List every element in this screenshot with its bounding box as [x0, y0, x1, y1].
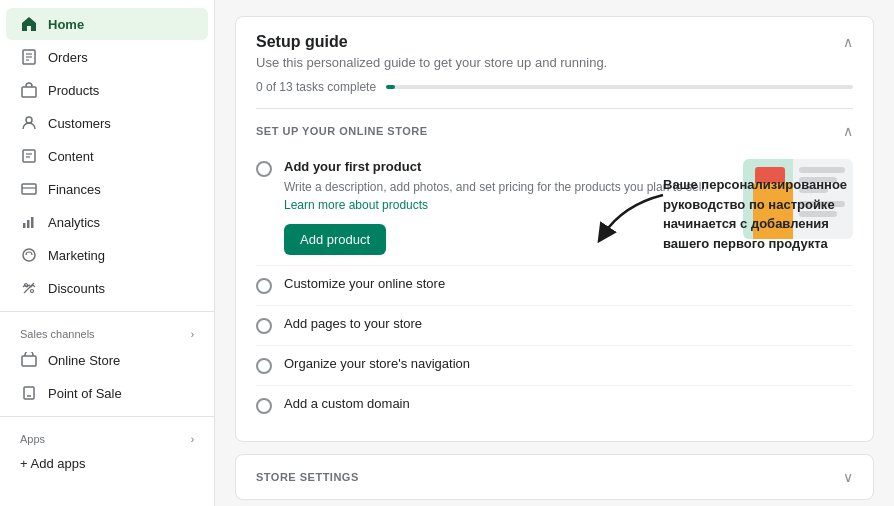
line-3: [799, 187, 828, 193]
main-wrapper: Setup guide ∧ Use this personalized guid…: [215, 0, 894, 506]
svg-rect-19: [24, 387, 34, 399]
task-learn-more-link[interactable]: Learn more about products: [284, 198, 428, 212]
sidebar-item-label: + Add apps: [20, 456, 85, 471]
collapse-icon[interactable]: ∧: [843, 34, 853, 50]
task-custom-domain[interactable]: Add a custom domain: [256, 385, 853, 425]
store-settings-header[interactable]: STORE SETTINGS ∨: [256, 469, 853, 485]
sidebar-item-label: Online Store: [48, 353, 120, 368]
setup-guide-card: Setup guide ∧ Use this personalized guid…: [235, 16, 874, 442]
main-content: Setup guide ∧ Use this personalized guid…: [215, 0, 894, 506]
line-1: [799, 167, 845, 173]
sidebar-item-discounts[interactable]: Discounts: [6, 272, 208, 304]
sidebar-item-products[interactable]: Products: [6, 74, 208, 106]
sidebar-item-label: Discounts: [48, 281, 105, 296]
customers-icon: [20, 114, 38, 132]
task-title: Add your first product: [284, 159, 721, 174]
sidebar-item-label: Marketing: [48, 248, 105, 263]
task-title: Organize your store's navigation: [284, 356, 853, 371]
task-radio[interactable]: [256, 358, 272, 374]
sidebar-item-label: Customers: [48, 116, 111, 131]
svg-rect-6: [23, 150, 35, 162]
sidebar-item-label: Home: [48, 17, 84, 32]
task-main: Add your first product Write a descripti…: [284, 159, 721, 255]
sidebar-item-analytics[interactable]: Analytics: [6, 206, 208, 238]
section-chevron-up-icon[interactable]: ∧: [843, 123, 853, 139]
svg-rect-4: [22, 87, 36, 97]
task-add-product: Add your first product Write a descripti…: [256, 149, 853, 265]
marketing-icon: [20, 246, 38, 264]
sidebar-item-orders[interactable]: Orders: [6, 41, 208, 73]
setup-guide-title: Setup guide: [256, 33, 348, 51]
online-store-section-header[interactable]: SET UP YOUR ONLINE STORE ∧: [256, 108, 853, 149]
svg-rect-13: [31, 217, 34, 228]
apps-chevron-icon[interactable]: ›: [191, 434, 194, 445]
products-icon: [20, 81, 38, 99]
img-left-panel: [743, 159, 793, 239]
progress-bar-row: 0 of 13 tasks complete: [256, 80, 853, 94]
task-image: [743, 159, 853, 239]
task-desc-text: Write a description, add photos, and set…: [284, 180, 707, 194]
task-radio[interactable]: [256, 318, 272, 334]
sidebar-item-add-apps[interactable]: + Add apps: [6, 449, 208, 478]
img-right-panel: [793, 159, 854, 239]
finances-icon: [20, 180, 38, 198]
task-radio[interactable]: [256, 161, 272, 177]
task-main: Organize your store's navigation: [284, 356, 853, 375]
sidebar-item-content[interactable]: Content: [6, 140, 208, 172]
online-store-icon: [20, 351, 38, 369]
svg-point-14: [23, 249, 35, 261]
task-organize-nav[interactable]: Organize your store's navigation: [256, 345, 853, 385]
sales-channels-section: Sales channels ›: [0, 318, 214, 344]
svg-rect-12: [27, 220, 30, 228]
setup-guide-subtitle: Use this personalized guide to get your …: [256, 55, 853, 70]
sidebar-item-customers[interactable]: Customers: [6, 107, 208, 139]
sales-channels-chevron-icon[interactable]: ›: [191, 329, 194, 340]
pos-icon: [20, 384, 38, 402]
sidebar-item-home[interactable]: Home: [6, 8, 208, 40]
progress-label: 0 of 13 tasks complete: [256, 80, 376, 94]
sidebar-item-marketing[interactable]: Marketing: [6, 239, 208, 271]
task-title: Add a custom domain: [284, 396, 853, 411]
apps-section: Apps ›: [0, 423, 214, 449]
sidebar-item-label: Finances: [48, 182, 101, 197]
svg-point-16: [31, 290, 34, 293]
store-settings-title: STORE SETTINGS: [256, 471, 359, 483]
line-4: [799, 201, 845, 207]
sidebar-item-label: Content: [48, 149, 94, 164]
home-icon: [20, 15, 38, 33]
sidebar-item-point-of-sale[interactable]: Point of Sale: [6, 377, 208, 409]
task-main: Add a custom domain: [284, 396, 853, 415]
task-main: Add pages to your store: [284, 316, 853, 335]
task-add-pages[interactable]: Add pages to your store: [256, 305, 853, 345]
svg-point-5: [26, 117, 32, 123]
progress-track: [386, 85, 853, 89]
sidebar-item-label: Point of Sale: [48, 386, 122, 401]
analytics-icon: [20, 213, 38, 231]
online-store-section-title: SET UP YOUR ONLINE STORE: [256, 125, 428, 137]
product-image-mockup: [743, 159, 853, 239]
line-5: [799, 211, 838, 217]
discounts-icon: [20, 279, 38, 297]
svg-rect-9: [22, 184, 36, 194]
store-settings-card: STORE SETTINGS ∨: [235, 454, 874, 500]
task-description: Write a description, add photos, and set…: [284, 178, 721, 214]
task-customize-store[interactable]: Customize your online store: [256, 265, 853, 305]
svg-rect-18: [22, 356, 36, 366]
orders-icon: [20, 48, 38, 66]
progress-fill: [386, 85, 395, 89]
store-settings-chevron-icon[interactable]: ∨: [843, 469, 853, 485]
task-radio[interactable]: [256, 278, 272, 294]
task-main: Customize your online store: [284, 276, 853, 295]
sidebar-item-finances[interactable]: Finances: [6, 173, 208, 205]
task-radio[interactable]: [256, 398, 272, 414]
sidebar-item-online-store[interactable]: Online Store: [6, 344, 208, 376]
add-product-button[interactable]: Add product: [284, 224, 386, 255]
sidebar-item-label: Products: [48, 83, 99, 98]
content-icon: [20, 147, 38, 165]
img-bottom-shape: [753, 183, 793, 239]
task-title: Add pages to your store: [284, 316, 853, 331]
sidebar-item-label: Orders: [48, 50, 88, 65]
task-title: Customize your online store: [284, 276, 853, 291]
line-2: [799, 177, 838, 183]
setup-guide-header: Setup guide ∧: [256, 33, 853, 51]
